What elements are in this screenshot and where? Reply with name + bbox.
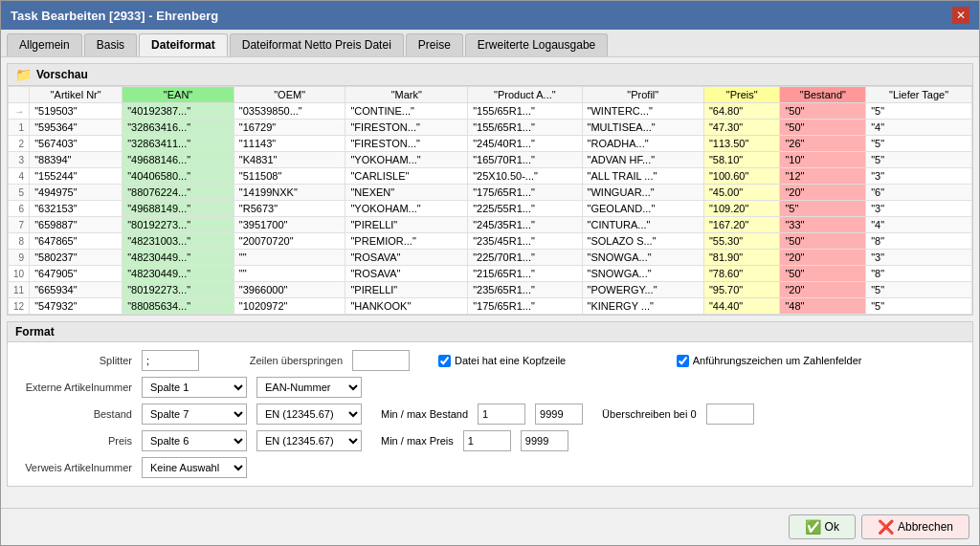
table-cell: "8" xyxy=(866,266,972,282)
cancel-button[interactable]: ❌ Abbrechen xyxy=(861,514,969,539)
col-oem[interactable]: "OEM" xyxy=(234,87,345,103)
tab-dateiformat-netto[interactable]: Dateiformat Netto Preis Datei xyxy=(230,33,404,56)
splitter-input[interactable] xyxy=(142,350,199,371)
table-cell: "48230449..." xyxy=(122,250,234,266)
row-number: 2 xyxy=(9,136,30,152)
table-cell: "519503" xyxy=(30,103,122,120)
table-cell: "14199NXK" xyxy=(234,185,345,201)
row-number: 7 xyxy=(9,217,30,233)
kopfzeile-checkbox[interactable] xyxy=(438,355,451,367)
table-cell: "" xyxy=(234,266,345,282)
table-cell: "215/65R1..." xyxy=(468,266,582,282)
table-cell: "580237" xyxy=(30,250,122,266)
table-cell: "5" xyxy=(866,136,972,152)
col-profil[interactable]: "Profil" xyxy=(582,87,703,103)
tab-erweiterte[interactable]: Erweiterte Logausgabe xyxy=(465,33,608,56)
table-row: 8"647865""48231003...""20070720""PREMIOR… xyxy=(9,233,972,250)
table-cell: "5" xyxy=(866,152,972,168)
tab-preise[interactable]: Preise xyxy=(406,33,463,56)
preview-section: 📁 Vorschau "Artikel Nr" "EAN" "OEM" "Mar… xyxy=(7,63,973,316)
format-row-5: Verweis Artikelnummer Keine Auswahl xyxy=(17,457,963,478)
table-cell: "80192273..." xyxy=(122,217,234,233)
table-cell: "3" xyxy=(866,201,972,217)
anfuhr-checkbox[interactable] xyxy=(677,355,689,367)
table-cell: "KINERGY ..." xyxy=(582,298,703,315)
zeilen-input[interactable] xyxy=(352,350,410,371)
table-cell: "95.70" xyxy=(703,282,780,298)
table-cell: "ROSAVA" xyxy=(345,266,468,282)
table-cell: "03539850..." xyxy=(234,103,345,120)
ean-select[interactable]: EAN-Nummer xyxy=(256,377,362,398)
table-cell: "50" xyxy=(780,103,866,120)
tab-basis[interactable]: Basis xyxy=(84,33,137,56)
table-cell: "48231003..." xyxy=(122,233,234,250)
col-ean[interactable]: "EAN" xyxy=(122,87,234,103)
table-cell: "6" xyxy=(866,185,972,201)
tab-dateiformat[interactable]: Dateiformat xyxy=(139,33,228,56)
col-liefer[interactable]: "Liefer Tage" xyxy=(866,87,972,103)
col-preis[interactable]: "Preis" xyxy=(703,87,780,103)
table-cell: "CARLISLE" xyxy=(345,168,468,185)
table-cell: "SOLAZO S..." xyxy=(582,233,703,250)
table-cell: "49688149..." xyxy=(122,201,234,217)
table-cell: "20" xyxy=(780,250,866,266)
table-cell: "1020972" xyxy=(234,298,345,315)
table-cell: "FIRESTON..." xyxy=(345,120,468,136)
folder-icon: 📁 xyxy=(15,67,32,82)
table-cell: "167.20" xyxy=(703,217,780,233)
max-bestand-input[interactable] xyxy=(535,404,583,425)
row-number: 12 xyxy=(9,298,30,315)
col-artikel-nr[interactable]: "Artikel Nr" xyxy=(30,87,122,103)
col-product[interactable]: "Product A..." xyxy=(468,87,582,103)
table-cell: "ROADHA..." xyxy=(582,136,703,152)
zeilen-label: Zeilen überspringen xyxy=(228,355,343,366)
table-cell: "155/65R1..." xyxy=(468,103,582,120)
table-cell: "PIRELLI" xyxy=(345,282,468,298)
close-button[interactable]: ✕ xyxy=(952,7,969,24)
preis-format-select[interactable]: EN (12345.67) xyxy=(256,430,362,451)
window-title: Task Bearbeiten [2933] - Ehrenberg xyxy=(11,9,218,23)
table-cell: "547932" xyxy=(30,298,122,315)
main-window: Task Bearbeiten [2933] - Ehrenberg ✕ All… xyxy=(0,0,980,546)
table-cell: "SNOWGA..." xyxy=(582,266,703,282)
table-cell: "16729" xyxy=(234,120,345,136)
title-bar: Task Bearbeiten [2933] - Ehrenberg ✕ xyxy=(1,1,979,30)
table-row: 4"155244""40406580...""511508""CARLISLE"… xyxy=(9,168,972,185)
uberschreiben-input[interactable] xyxy=(706,404,754,425)
table-cell: "48" xyxy=(780,298,866,315)
ext-artikel-select[interactable]: Spalte 1 xyxy=(142,377,247,398)
table-cell: "FIRESTON..." xyxy=(345,136,468,152)
preis-select[interactable]: Spalte 6 xyxy=(142,430,247,451)
max-preis-input[interactable] xyxy=(521,430,568,451)
table-cell: "POWERGY..." xyxy=(582,282,703,298)
col-mark[interactable]: "Mark" xyxy=(345,87,468,103)
verweis-label: Verweis Artikelnummer xyxy=(17,462,132,473)
col-bestand[interactable]: "Bestand" xyxy=(780,87,866,103)
min-bestand-input[interactable] xyxy=(478,404,525,425)
tab-allgemein[interactable]: Allgemein xyxy=(7,33,82,56)
table-cell: "175/65R1..." xyxy=(468,298,582,315)
bestand-format-select[interactable]: EN (12345.67) xyxy=(256,404,362,425)
table-cell: "80192273..." xyxy=(122,282,234,298)
table-cell: "494975" xyxy=(30,185,122,201)
table-cell: "NEXEN" xyxy=(345,185,468,201)
uberschreiben-label: Überschreiben bei 0 xyxy=(602,408,696,420)
table-cell: "40192387..." xyxy=(122,103,234,120)
format-row-1: Splitter Zeilen überspringen Datei hat e… xyxy=(17,350,963,371)
kopfzeile-label: Datei hat eine Kopfzeile xyxy=(455,355,566,366)
preview-title: Vorschau xyxy=(36,68,88,81)
min-preis-input[interactable] xyxy=(463,430,511,451)
ext-artikel-label: Externe Artikelnummer xyxy=(17,382,132,393)
bestand-select[interactable]: Spalte 7 xyxy=(142,404,247,425)
verweis-select[interactable]: Keine Auswahl xyxy=(142,457,247,478)
table-cell: "595364" xyxy=(30,120,122,136)
table-cell: "100.60" xyxy=(703,168,780,185)
table-cell: "ALL TRAIL ..." xyxy=(582,168,703,185)
table-cell: "49688146..." xyxy=(122,152,234,168)
ok-button[interactable]: ✅ Ok xyxy=(789,514,856,539)
row-number: 11 xyxy=(9,282,30,298)
table-cell: "632153" xyxy=(30,201,122,217)
table-cell: "88076224..." xyxy=(122,185,234,201)
preview-table-container[interactable]: "Artikel Nr" "EAN" "OEM" "Mark" "Product… xyxy=(8,86,972,315)
table-cell: "55.30" xyxy=(703,233,780,250)
